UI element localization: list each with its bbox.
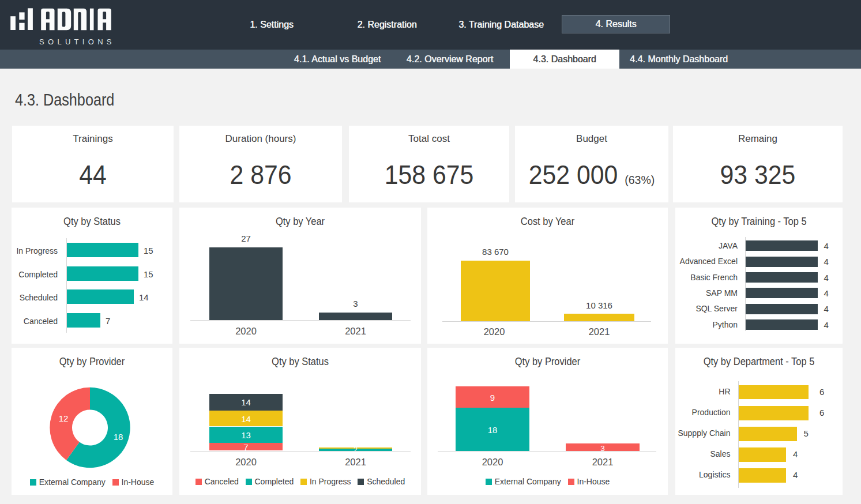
- svg-text:SOLUTIONS: SOLUTIONS: [39, 37, 115, 46]
